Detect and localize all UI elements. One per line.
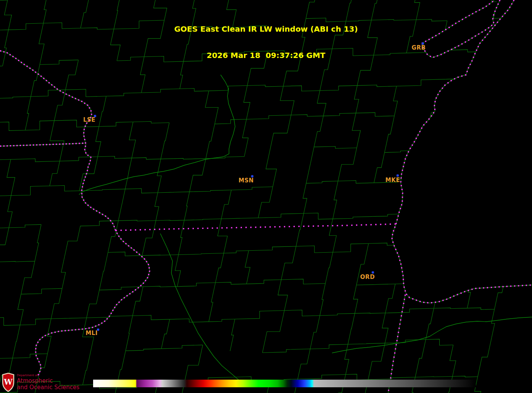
image-title: GOES East Clean IR LW window (ABI ch 13)… [0,7,532,77]
satellite-image-viewport: GOES East Clean IR LW window (ABI ch 13)… [0,0,532,393]
title-line-1: GOES East Clean IR LW window (ABI ch 13) [0,25,532,34]
logo-line2: and Oceanic Sciences [17,384,79,391]
uw-crest-icon: W [2,373,15,392]
logo-line1: Atmospheric [17,378,79,384]
svg-text:W: W [3,377,13,387]
station-label-mli: MLI [85,330,98,337]
logo-text: Department of Atmospheric and Oceanic Sc… [17,373,79,391]
station-label-mke: MKE [385,177,400,184]
logo-dept-text: Department of [17,374,79,377]
station-dot-ord [372,272,374,274]
uw-aos-logo: W Department of Atmospheric and Oceanic … [2,373,79,392]
station-label-lse: LSE [83,116,95,123]
station-label-grb: GRB [412,44,426,51]
title-line-2: 2026 Mar 18 09:37:26 GMT [0,51,532,60]
station-label-ord: ORD [360,274,375,280]
station-label-msn: MSN [239,177,254,184]
temperature-colorbar [93,380,476,387]
station-dot-mke [397,175,399,177]
